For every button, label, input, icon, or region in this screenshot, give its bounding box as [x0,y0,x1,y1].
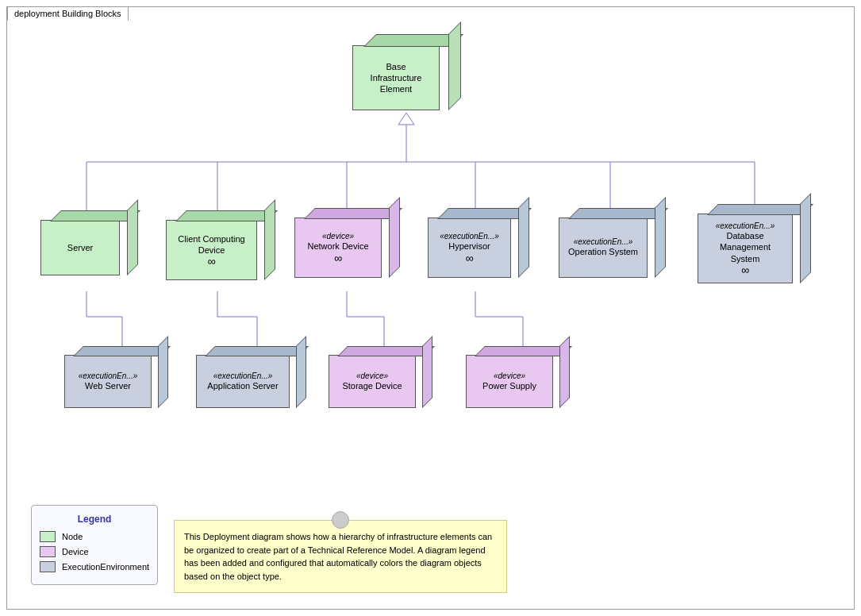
client-computing-infinity: ∞ [208,256,216,267]
network-device-node[interactable]: «device» Network Device ∞ [294,218,382,278]
database-mgmt-stereotype: «executionEn...» [716,221,775,230]
legend-swatch-execution [40,561,56,572]
base-infrastructure-label: Base Infrastructure Element [371,61,422,95]
legend-label-execution: ExecutionEnvironment [62,562,149,572]
hypervisor-label: Hypervisor [448,241,490,252]
hypervisor-stereotype: «executionEn...» [440,232,499,241]
tab-label[interactable]: deployment Building Blocks [7,6,129,21]
note-text: This Deployment diagram shows how a hier… [184,532,492,581]
legend-label-device: Device [62,547,89,556]
server-node[interactable]: Server [40,220,120,275]
note-circle [332,511,349,529]
legend-swatch-node [40,531,56,542]
app-server-label: Application Server [207,380,278,391]
legend-item-device: Device [40,546,149,557]
client-computing-label: Client Computing Device [178,233,244,256]
storage-device-stereotype: «device» [356,372,388,380]
storage-device-node[interactable]: «device» Storage Device [329,355,416,408]
hypervisor-infinity: ∞ [466,252,474,264]
legend-title: Legend [40,514,149,525]
base-infrastructure-node[interactable]: Base Infrastructure Element [352,45,440,110]
web-server-node[interactable]: «executionEn...» Web Server [64,355,152,408]
legend-label-node: Node [62,532,83,541]
web-server-label: Web Server [85,380,131,391]
network-device-infinity: ∞ [334,252,342,264]
database-mgmt-node[interactable]: «executionEn...» Database Management Sys… [698,214,793,283]
hypervisor-node[interactable]: «executionEn...» Hypervisor ∞ [428,218,511,278]
main-container: deployment Building Blocks [0,0,861,616]
web-server-stereotype: «executionEn...» [79,372,138,380]
database-mgmt-infinity: ∞ [741,264,749,275]
legend-item-execution: ExecutionEnvironment [40,561,149,572]
power-supply-node[interactable]: «device» Power Supply [466,355,553,408]
database-mgmt-label: Database Management System [720,230,771,264]
note-box: This Deployment diagram shows how a hier… [174,520,507,593]
network-device-label: Network Device [307,241,368,252]
operation-system-label: Operation System [568,246,638,257]
power-supply-stereotype: «device» [494,372,525,380]
storage-device-label: Storage Device [342,380,402,391]
legend-box: Legend Node Device ExecutionEnvironment [31,505,158,585]
server-label: Server [67,242,93,253]
svg-marker-1 [398,113,414,125]
legend-swatch-device [40,546,56,557]
client-computing-node[interactable]: Client Computing Device ∞ [166,220,257,280]
app-server-stereotype: «executionEn...» [213,372,273,380]
operation-system-node[interactable]: «executionEn...» Operation System [559,218,648,278]
operation-system-stereotype: «executionEn...» [574,237,633,246]
diagram-frame: deployment Building Blocks [6,6,855,610]
power-supply-label: Power Supply [482,380,536,391]
app-server-node[interactable]: «executionEn...» Application Server [196,355,290,408]
network-device-stereotype: «device» [322,232,354,241]
legend-item-node: Node [40,531,149,542]
